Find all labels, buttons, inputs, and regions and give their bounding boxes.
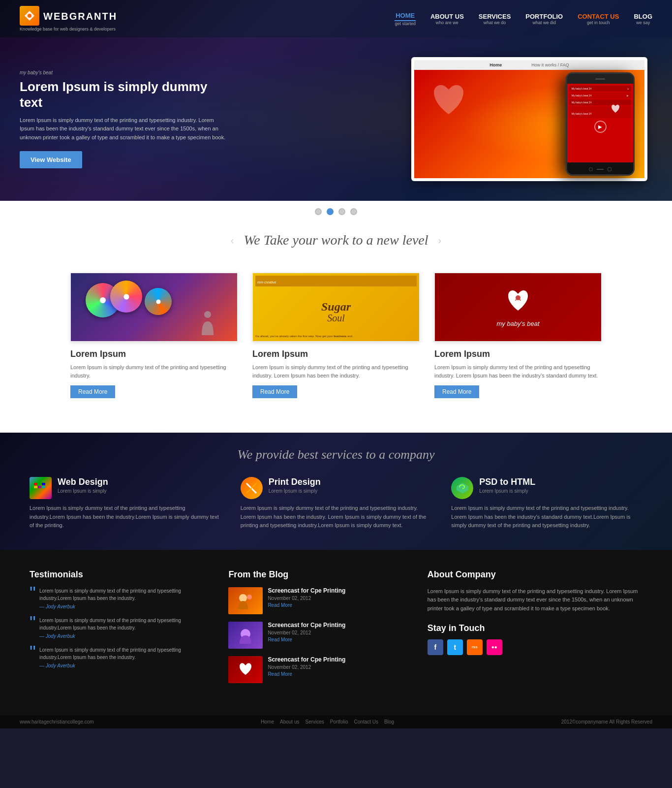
- portfolio-title-3: Lorem Ipsum: [434, 349, 602, 359]
- footer-bottom: www.haritagechristiancollege.com Home Ab…: [0, 715, 672, 728]
- service-print-sub: Lorem Ipsum is simply: [269, 488, 321, 494]
- view-website-button[interactable]: View Website: [20, 151, 82, 168]
- footer-link-portfolio[interactable]: Portfolio: [330, 719, 348, 725]
- hero-image: Home How it works / FAQ: [406, 52, 652, 186]
- read-more-button-2[interactable]: Read More: [252, 385, 297, 398]
- testimonial-2: " Lorem Ipsum is simply dummy text of th…: [30, 617, 209, 639]
- svg-rect-6: [34, 486, 37, 488]
- svg-point-11: [239, 594, 247, 602]
- slider-nav-faq[interactable]: How it works / FAQ: [531, 63, 569, 67]
- portfolio-img-3: my baby's beat: [434, 273, 602, 342]
- blog-item-1: Screencast for Cpe Printing November 02,…: [228, 587, 407, 614]
- service-print-info: Print Design Lorem Ipsum is simply: [269, 477, 321, 494]
- services-section: We provide best services to a company We…: [0, 433, 672, 550]
- tagline-text: We Take your work to a new level: [244, 232, 428, 248]
- service-psd-desc: Lorem Ipsum is simply dummy text of the …: [451, 504, 642, 530]
- web-design-icon: [30, 477, 52, 499]
- blog-read-more-2[interactable]: Read More: [268, 637, 345, 642]
- slider-nav: Home How it works / FAQ: [414, 60, 644, 70]
- nav-about[interactable]: ABOUT US who are we: [430, 13, 464, 25]
- blog-read-more-3[interactable]: Read More: [268, 671, 345, 677]
- hero-badge: my baby's beat: [20, 70, 226, 75]
- service-psd-title: PSD to HTML: [479, 477, 535, 487]
- prev-arrow[interactable]: ‹: [231, 235, 234, 246]
- blog-item-2: Screencast for Cpe Printing November 02,…: [228, 622, 407, 649]
- rss-icon[interactable]: rss: [467, 639, 483, 655]
- footer-links: Home About us Services Portfolio Contact…: [261, 719, 394, 725]
- logo-icon: [20, 6, 39, 26]
- blog-thumb-1: [228, 587, 263, 614]
- blog-date-1: November 02, 2012: [268, 596, 345, 601]
- about-title: About Company: [428, 569, 642, 580]
- portfolio-title-2: Lorem Ipsum: [252, 349, 420, 359]
- service-print-header: Print Design Lorem Ipsum is simply: [241, 477, 432, 499]
- blog-content-2: Screencast for Cpe Printing November 02,…: [268, 622, 345, 649]
- social-icons: f t rss ●●: [428, 639, 642, 655]
- svg-rect-5: [42, 483, 45, 485]
- svg-rect-7: [38, 486, 41, 488]
- facebook-icon[interactable]: f: [428, 639, 443, 655]
- logo-area: WEBGRANTH Knowledge base for web designe…: [20, 6, 117, 32]
- svg-rect-4: [38, 483, 41, 485]
- testimonial-1: " Lorem Ipsum is simply dummy text of th…: [30, 587, 209, 609]
- portfolio-card-3: my baby's beat Lorem Ipsum Lorem Ipsum i…: [434, 273, 602, 398]
- blog-col: From the Blog Screencast for Cpe Printin…: [228, 569, 407, 691]
- print-design-icon: [241, 477, 263, 499]
- nav-blog[interactable]: BLOG we say: [634, 13, 652, 25]
- service-web-info: Web Design Lorem Ipsum is simply: [58, 477, 108, 494]
- quote-mark-1: ": [30, 585, 36, 602]
- dot-3[interactable]: [338, 208, 345, 215]
- testimonial-text-2: Lorem Ipsum is simply dummy text of the …: [39, 617, 209, 631]
- services-grid: Web Design Lorem Ipsum is simply Lorem I…: [30, 477, 642, 530]
- footer-link-services[interactable]: Services: [305, 719, 324, 725]
- service-web-header: Web Design Lorem Ipsum is simply: [30, 477, 221, 499]
- dot-2[interactable]: [327, 208, 334, 215]
- read-more-button-1[interactable]: Read More: [70, 385, 115, 398]
- svg-rect-3: [34, 483, 37, 485]
- hero-desc: Lorem Ipsum is simply dummy text of the …: [20, 116, 226, 142]
- slider-dots: [0, 201, 672, 222]
- testimonial-author-2: — Jody Averbuk: [39, 633, 209, 639]
- dot-1[interactable]: [315, 208, 322, 215]
- nav-services[interactable]: SERVICES what we do: [479, 13, 511, 25]
- testimonial-3: " Lorem Ipsum is simply dummy text of th…: [30, 646, 209, 668]
- portfolio-card-2: rem creative Sugar Soul Go ahead, you've…: [252, 273, 420, 398]
- slider-nav-home[interactable]: Home: [489, 63, 502, 67]
- hero-text: my baby's beat Lorem Ipsum is simply dum…: [20, 70, 226, 168]
- svg-rect-8: [42, 486, 45, 488]
- footer-link-contact[interactable]: Contact Us: [354, 719, 378, 725]
- portfolio-desc-2: Lorem Ipsum is simply dummy text of the …: [252, 363, 420, 379]
- footer-grid: Testimonials " Lorem Ipsum is simply dum…: [30, 569, 642, 691]
- blog-post-title-3: Screencast for Cpe Printing: [268, 656, 345, 663]
- blog-post-title-2: Screencast for Cpe Printing: [268, 622, 345, 629]
- hero-section: my baby's beat Lorem Ipsum is simply dum…: [0, 37, 672, 201]
- blog-thumb-2: [228, 622, 263, 649]
- services-tagline: We provide best services to a company: [30, 447, 642, 462]
- nav-home[interactable]: HOME get started: [395, 12, 416, 26]
- stay-in-touch-title: Stay in Touch: [428, 623, 642, 633]
- nav-portfolio[interactable]: PORTFOLIO what we did: [525, 13, 563, 25]
- read-more-button-3[interactable]: Read More: [434, 385, 479, 398]
- nav-contact[interactable]: CONTACT US get in touch: [578, 13, 619, 25]
- about-col: About Company Lorem Ipsum is simply dumm…: [428, 569, 642, 691]
- service-psd-header: PSD to HTML Lorem Ipsum is simply: [451, 477, 642, 499]
- header: WEBGRANTH Knowledge base for web designe…: [0, 0, 672, 37]
- logo-name: WEBGRANTH: [43, 11, 117, 22]
- psd-html-icon: [451, 477, 473, 499]
- service-psd-info: PSD to HTML Lorem Ipsum is simply: [479, 477, 535, 494]
- next-arrow[interactable]: ›: [438, 235, 442, 246]
- footer-link-blog[interactable]: Blog: [384, 719, 394, 725]
- blog-read-more-1[interactable]: Read More: [268, 602, 345, 608]
- svg-point-0: [28, 14, 31, 18]
- service-web-design: Web Design Lorem Ipsum is simply Lorem I…: [30, 477, 221, 530]
- blog-content-3: Screencast for Cpe Printing November 02,…: [268, 656, 345, 683]
- dot-4[interactable]: [350, 208, 357, 215]
- footer-link-home[interactable]: Home: [261, 719, 274, 725]
- flickr-icon[interactable]: ●●: [487, 639, 502, 655]
- portfolio-title-1: Lorem Ipsum: [70, 349, 238, 359]
- service-web-desc: Lorem Ipsum is simply dummy text of the …: [30, 504, 221, 530]
- service-web-title: Web Design: [58, 477, 108, 487]
- twitter-icon[interactable]: t: [447, 639, 463, 655]
- footer-link-about[interactable]: About us: [280, 719, 299, 725]
- logo-sub: Knowledge base for web designers & devel…: [20, 27, 116, 32]
